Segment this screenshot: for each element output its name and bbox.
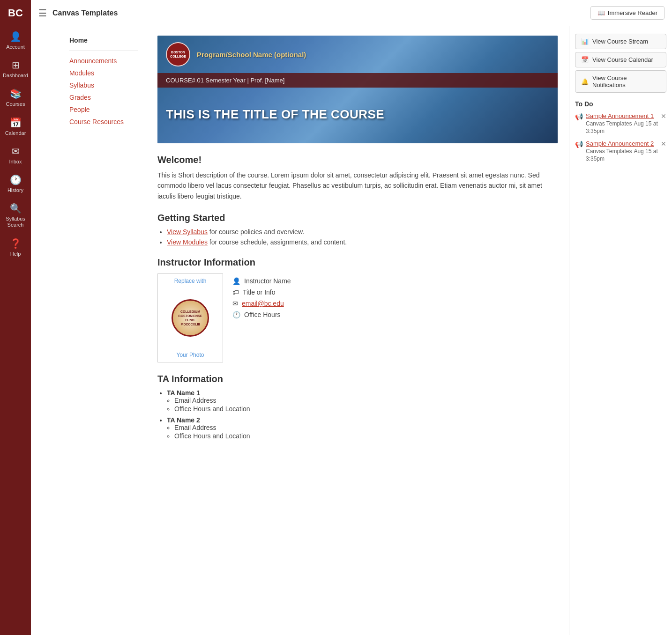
ta-item: TA Name 1 Email Address Office Hours and… xyxy=(167,389,558,413)
replace-text: Replace with xyxy=(174,278,207,284)
instructor-details: 👤 Instructor Name 🏷 Title or Info ✉ emai… xyxy=(232,273,291,318)
todo-section: To Do 📢 Sample Announcement 1 Canvas Tem… xyxy=(575,100,666,162)
instructor-photo-placeholder: Replace with COLLEGIUMBOSTONIENSEFUND.MD… xyxy=(157,273,223,362)
office-hours-text: Office Hours xyxy=(244,311,281,318)
content-area: BOSTONCOLLEGE Program/School Name (optio… xyxy=(146,26,569,635)
right-panel: 📊 View Course Stream 📅 View Course Calen… xyxy=(569,26,672,635)
immersive-reader-icon: 📖 xyxy=(597,9,605,16)
banner-footer: COURSE#.01 Semester Year | Prof. [Name] xyxy=(157,73,558,88)
instructor-title-row: 🏷 Title or Info xyxy=(232,288,291,296)
inbox-icon: ✉ xyxy=(12,146,20,157)
ta-name: TA Name 1 xyxy=(167,389,200,397)
list-item: Email Address xyxy=(174,397,558,404)
list-item: View Modules for course schedule, assign… xyxy=(167,238,558,246)
sidebar-home-link[interactable]: Home xyxy=(62,34,146,47)
left-navigation: BC 👤 Account ⊞ Dashboard 📚 Courses 📅 Cal… xyxy=(0,0,31,635)
sidebar-link-course-resources[interactable]: Course Resources xyxy=(62,116,146,128)
welcome-title: Welcome! xyxy=(157,155,558,165)
todo-item: 📢 Sample Announcement 1 Canvas Templates… xyxy=(575,112,666,134)
instructor-title-text: Title or Info xyxy=(243,288,276,296)
list-item: Email Address xyxy=(174,424,558,431)
search-icon: 🔍 xyxy=(10,203,22,214)
instructor-title: Instructor Information xyxy=(157,257,558,268)
hamburger-button[interactable]: ☰ xyxy=(38,7,47,19)
view-stream-label: View Course Stream xyxy=(592,38,648,45)
sidebar-item-history[interactable]: 🕐 History xyxy=(0,170,31,198)
sidebar-item-inbox[interactable]: ✉ Inbox xyxy=(0,141,31,170)
view-modules-link[interactable]: View Modules xyxy=(167,238,208,246)
ta-sublist: Email Address Office Hours and Location xyxy=(174,424,558,440)
list-item: Office Hours and Location xyxy=(174,432,558,440)
sidebar-link-modules[interactable]: Modules xyxy=(62,67,146,79)
ta-list: TA Name 1 Email Address Office Hours and… xyxy=(167,389,558,440)
sidebar-item-dashboard[interactable]: ⊞ Dashboard xyxy=(0,55,31,83)
clock-icon: 🕐 xyxy=(232,311,240,318)
sidebar-link-announcements[interactable]: Announcements xyxy=(62,55,146,67)
todo-content: Sample Announcement 2 Canvas Templates A… xyxy=(586,140,666,162)
todo-link[interactable]: Sample Announcement 1 xyxy=(586,112,666,119)
sidebar-divider xyxy=(69,51,138,51)
announcement-icon: 📢 xyxy=(575,140,583,148)
view-notifications-button[interactable]: 🔔 View Course Notifications xyxy=(575,70,666,93)
view-stream-button[interactable]: 📊 View Course Stream xyxy=(575,34,666,49)
sidebar-item-label: Syllabus Search xyxy=(2,216,29,228)
announcement-icon: 📢 xyxy=(575,113,583,120)
close-button[interactable]: ✕ xyxy=(661,112,666,120)
getting-started-list: View Syllabus for course policies and ov… xyxy=(167,228,558,246)
help-icon: ❓ xyxy=(10,238,22,249)
calendar-icon: 📅 xyxy=(581,56,589,63)
sidebar-item-label: Dashboard xyxy=(3,73,28,79)
close-button[interactable]: ✕ xyxy=(661,140,666,148)
sidebar-item-label: Account xyxy=(6,44,25,50)
instructor-email-row: ✉ email@bc.edu xyxy=(232,300,291,307)
instructor-name-row: 👤 Instructor Name xyxy=(232,277,291,285)
sidebar-item-label: Inbox xyxy=(9,159,22,165)
immersive-reader-button[interactable]: 📖 Immersive Reader xyxy=(590,6,665,20)
banner-overlay: BOSTONCOLLEGE Program/School Name (optio… xyxy=(157,36,558,143)
ta-name: TA Name 2 xyxy=(167,416,200,424)
instructor-email-link[interactable]: email@bc.edu xyxy=(242,300,284,307)
list-item: Office Hours and Location xyxy=(174,405,558,413)
ta-title: TA Information xyxy=(157,374,558,384)
view-notifications-label: View Course Notifications xyxy=(592,74,660,89)
banner-logo: BOSTONCOLLEGE xyxy=(166,42,190,66)
sidebar-link-syllabus[interactable]: Syllabus xyxy=(62,79,146,91)
history-icon: 🕐 xyxy=(10,174,22,185)
ta-item: TA Name 2 Email Address Office Hours and… xyxy=(167,416,558,440)
dashboard-icon: ⊞ xyxy=(12,59,20,71)
view-calendar-button[interactable]: 📅 View Course Calendar xyxy=(575,52,666,67)
todo-item: 📢 Sample Announcement 2 Canvas Templates… xyxy=(575,140,666,162)
sidebar-item-label: Help xyxy=(10,251,21,257)
bc-logo: BC xyxy=(0,0,31,26)
sidebar-link-people[interactable]: People xyxy=(62,103,146,116)
chart-icon: 📊 xyxy=(581,38,589,45)
person-icon: 👤 xyxy=(232,277,240,285)
ta-sublist: Email Address Office Hours and Location xyxy=(174,397,558,413)
todo-source: Canvas Templates xyxy=(586,120,632,127)
todo-link[interactable]: Sample Announcement 2 xyxy=(586,140,666,147)
account-icon: 👤 xyxy=(10,31,22,42)
main-wrapper: Home Announcements Modules Syllabus Grad… xyxy=(62,26,672,635)
todo-source: Canvas Templates xyxy=(586,148,632,155)
getting-started-title: Getting Started xyxy=(157,213,558,223)
sidebar-item-help[interactable]: ❓ Help xyxy=(0,233,31,262)
view-syllabus-link[interactable]: View Syllabus xyxy=(167,228,208,236)
banner-school-name: Program/School Name (optional) xyxy=(197,51,306,59)
sidebar-link-grades[interactable]: Grades xyxy=(62,91,146,103)
view-calendar-label: View Course Calendar xyxy=(592,56,653,63)
course-sidebar: Home Announcements Modules Syllabus Grad… xyxy=(62,26,146,635)
instructor-name: Instructor Name xyxy=(244,277,291,285)
instructor-hours-row: 🕐 Office Hours xyxy=(232,311,291,318)
sidebar-item-calendar[interactable]: 📅 Calendar xyxy=(0,112,31,141)
sidebar-item-courses[interactable]: 📚 Courses xyxy=(0,83,31,112)
sidebar-item-label: Courses xyxy=(6,101,25,107)
sidebar-item-account[interactable]: 👤 Account xyxy=(0,26,31,55)
sidebar-item-syllabus-search[interactable]: 🔍 Syllabus Search xyxy=(0,198,31,233)
banner-top: BOSTONCOLLEGE Program/School Name (optio… xyxy=(157,36,558,73)
bc-seal: COLLEGIUMBOSTONIENSEFUND.MDCCCXLIII xyxy=(172,299,209,337)
bell-icon: 🔔 xyxy=(581,78,589,85)
getting-started-suffix: for course policies and overview. xyxy=(209,228,304,236)
calendar-icon: 📅 xyxy=(10,117,22,128)
email-icon: ✉ xyxy=(232,300,238,307)
sidebar-item-label: Calendar xyxy=(5,130,26,136)
